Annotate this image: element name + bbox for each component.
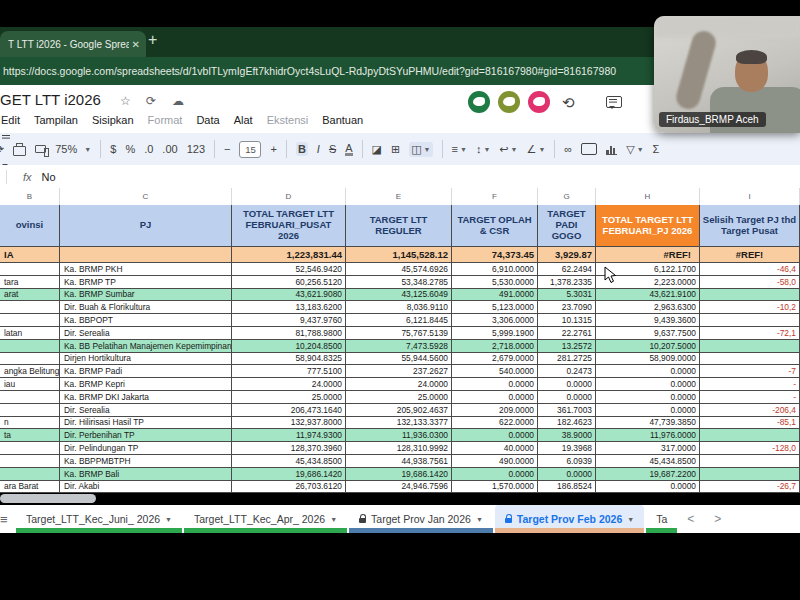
- cell-G-7[interactable]: 13.2572: [538, 340, 596, 353]
- cell-E-5[interactable]: 6,121.8445: [346, 314, 452, 327]
- cell-C-16[interactable]: Ka. BBPPMBTPH: [60, 455, 232, 468]
- cell-D-18[interactable]: 26,703.6120: [232, 481, 346, 494]
- cell-D-5[interactable]: 9,437.9760: [232, 314, 346, 327]
- italic-icon[interactable]: I: [317, 143, 320, 155]
- cell-F-1[interactable]: 6,910.0000: [452, 263, 538, 276]
- collaborator-avatar-3[interactable]: [528, 91, 550, 113]
- cell-G-17[interactable]: 0.0000: [538, 468, 596, 481]
- cell-H-17[interactable]: 19,687.2200: [596, 468, 700, 481]
- zoom-select[interactable]: 75% ▼: [55, 143, 91, 155]
- cell-C-4[interactable]: Dir. Buah & Florikultura: [60, 301, 232, 314]
- cell-D-15[interactable]: 128,370.3960: [232, 442, 346, 455]
- cell-D-14[interactable]: 11,974.9300: [232, 429, 346, 442]
- functions-icon[interactable]: Σ: [653, 143, 660, 155]
- cell-H-9[interactable]: 0.0000: [596, 365, 700, 378]
- total-pj[interactable]: [60, 247, 232, 263]
- total-F[interactable]: 74,373.45: [452, 247, 538, 263]
- cell-B-3[interactable]: arat: [0, 289, 60, 302]
- column-letter-E[interactable]: E: [346, 188, 452, 205]
- cell-G-10[interactable]: 0.0000: [538, 378, 596, 391]
- cell-E-6[interactable]: 75,767.5139: [346, 327, 452, 340]
- cell-E-4[interactable]: 8,036.9110: [346, 301, 452, 314]
- cell-I-4[interactable]: -10,2: [700, 301, 800, 314]
- tab-close-icon[interactable]: ✕: [132, 39, 140, 50]
- cell-E-13[interactable]: 132,133.3377: [346, 417, 452, 430]
- cell-B-8[interactable]: [0, 353, 60, 366]
- cell-E-1[interactable]: 45,574.6926: [346, 263, 452, 276]
- cell-C-7[interactable]: Ka. BB Pelatihan Manajemen Kepemimpinan …: [60, 340, 232, 353]
- total-D[interactable]: 1,223,831.44: [232, 247, 346, 263]
- total-E[interactable]: 1,145,528.12: [346, 247, 452, 263]
- total-H[interactable]: #REF!: [596, 247, 700, 263]
- formula-bar[interactable]: fx No: [0, 165, 800, 189]
- cell-F-2[interactable]: 5,530.0000: [452, 276, 538, 289]
- cell-F-18[interactable]: 1,570.0000: [452, 481, 538, 494]
- cell-E-11[interactable]: 25.0000: [346, 391, 452, 404]
- cell-I-18[interactable]: -26,7: [700, 481, 800, 494]
- cell-B-14[interactable]: ta: [0, 429, 60, 442]
- insert-link-icon[interactable]: ∞: [564, 143, 572, 155]
- strikethrough-icon[interactable]: S: [329, 143, 336, 155]
- cell-B-9[interactable]: angka Belitung: [0, 365, 60, 378]
- cell-B-7[interactable]: [0, 340, 60, 353]
- cell-H-16[interactable]: 45,434.8500: [596, 455, 700, 468]
- cell-H-14[interactable]: 11,976.0000: [596, 429, 700, 442]
- sheet-tab-menu-icon[interactable]: ▼: [330, 516, 337, 523]
- total-provinsi[interactable]: IA: [0, 247, 60, 263]
- increase-decimal-icon[interactable]: .00: [162, 143, 177, 155]
- cell-C-10[interactable]: Ka. BRMP Kepri: [60, 378, 232, 391]
- cell-I-16[interactable]: [700, 455, 800, 468]
- cell-I-11[interactable]: -: [700, 391, 800, 404]
- cell-F-12[interactable]: 209.0000: [452, 404, 538, 417]
- cell-G-12[interactable]: 361.7003: [538, 404, 596, 417]
- cell-G-16[interactable]: 6.0939: [538, 455, 596, 468]
- sheet-tab-5[interactable]: Ta: [646, 505, 677, 533]
- cell-C-2[interactable]: Ka. BRMP TP: [60, 276, 232, 289]
- cell-I-13[interactable]: -85,1: [700, 417, 800, 430]
- text-wrap-icon[interactable]: ↩▼: [499, 143, 517, 156]
- font-size-input[interactable]: 15: [239, 141, 261, 158]
- cell-H-3[interactable]: 43,621.9100: [596, 289, 700, 302]
- cell-D-1[interactable]: 52,546.9420: [232, 263, 346, 276]
- menu-bantuan[interactable]: Bantuan: [322, 114, 363, 126]
- filter-icon[interactable]: ▽▼: [626, 143, 643, 156]
- format-currency-icon[interactable]: $: [110, 143, 116, 155]
- cell-D-7[interactable]: 10,204.8500: [232, 340, 346, 353]
- cell-D-3[interactable]: 43,621.9080: [232, 289, 346, 302]
- cell-E-3[interactable]: 43,125.6049: [346, 289, 452, 302]
- collaborator-avatar-2[interactable]: [498, 91, 520, 113]
- cell-E-16[interactable]: 44,938.7561: [346, 455, 452, 468]
- cell-F-8[interactable]: 2,679.0000: [452, 353, 538, 366]
- cell-F-15[interactable]: 40.0000: [452, 442, 538, 455]
- print-icon[interactable]: [13, 143, 26, 156]
- vertical-align-icon[interactable]: ↕▼: [476, 143, 490, 155]
- header-D[interactable]: TOTAL TARGET LTT FEBRUARI_PUSAT 2026: [232, 205, 346, 247]
- move-folder-icon[interactable]: ⟳: [146, 94, 156, 108]
- comments-icon[interactable]: [606, 96, 622, 108]
- video-call-overlay[interactable]: Firdaus_BRMP Aceh: [654, 16, 800, 133]
- cell-F-5[interactable]: 3,306.0000: [452, 314, 538, 327]
- header-B[interactable]: ovinsi: [0, 205, 60, 247]
- cell-G-13[interactable]: 182.4623: [538, 417, 596, 430]
- cell-F-10[interactable]: 0.0000: [452, 378, 538, 391]
- cell-G-11[interactable]: 0.0000: [538, 391, 596, 404]
- browser-tab[interactable]: T LTT i2026 - Google Spread ✕: [0, 31, 146, 57]
- cell-D-2[interactable]: 60,256.5120: [232, 276, 346, 289]
- redo-icon[interactable]: ⟳: [0, 143, 4, 156]
- horizontal-align-icon[interactable]: ≡▼: [452, 143, 467, 155]
- cell-C-12[interactable]: Dir. Serealia: [60, 404, 232, 417]
- sheet-tab-menu-icon[interactable]: ▼: [476, 516, 483, 523]
- cell-I-9[interactable]: -7: [700, 365, 800, 378]
- cell-B-12[interactable]: [0, 404, 60, 417]
- total-G[interactable]: 3,929.87: [538, 247, 596, 263]
- cell-H-6[interactable]: 9,637.7500: [596, 327, 700, 340]
- cell-E-2[interactable]: 53,348.2785: [346, 276, 452, 289]
- merge-cells-icon[interactable]: ◫▼: [409, 142, 432, 157]
- doc-title[interactable]: GET LTT i2026: [0, 91, 101, 108]
- cell-E-9[interactable]: 237.2627: [346, 365, 452, 378]
- cell-B-18[interactable]: ara Barat: [0, 481, 60, 494]
- cell-B-5[interactable]: [0, 314, 60, 327]
- cell-C-17[interactable]: Ka. BRMP Bali: [60, 468, 232, 481]
- cell-I-10[interactable]: -: [700, 378, 800, 391]
- header-G[interactable]: TARGET PADI GOGO: [538, 205, 596, 247]
